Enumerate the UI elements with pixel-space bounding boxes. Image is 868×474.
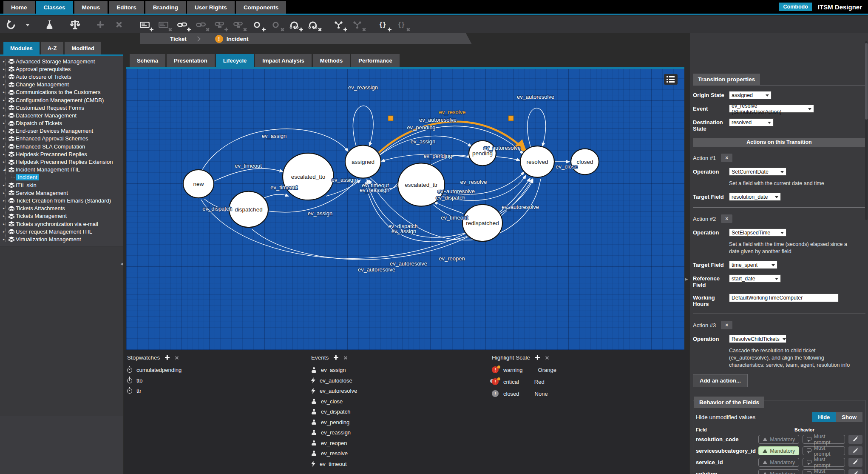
edit-field-button[interactable] xyxy=(848,435,862,444)
expand-arrow-icon[interactable]: ▸ xyxy=(3,160,9,164)
mandatory-button[interactable]: Mandatory xyxy=(758,469,799,474)
undo-button[interactable] xyxy=(5,19,16,31)
delete-link-button[interactable] xyxy=(195,19,206,31)
expand-arrow-icon[interactable]: ▸ xyxy=(3,222,9,226)
sidebar-item-end-user-devices-management[interactable]: ▸End-user Devices Management xyxy=(0,127,123,135)
sidebar-tab-modified[interactable]: Modified xyxy=(65,42,101,54)
sidebar-item-advanced-storage-management[interactable]: ▸Advanced Storage Management xyxy=(0,57,123,65)
list-item-tto[interactable]: tto xyxy=(127,377,182,384)
sidebar-tab-modules[interactable]: Modules xyxy=(3,42,40,54)
transition-label[interactable]: ev_reassign xyxy=(360,187,389,193)
target-field-select[interactable]: time_spent xyxy=(729,261,777,269)
delete-stopwatch-button[interactable] xyxy=(175,356,179,360)
expand-arrow-icon[interactable]: ▸ xyxy=(3,137,9,140)
expand-arrow-icon[interactable]: ▸ xyxy=(3,75,9,79)
delete-field-button[interactable] xyxy=(158,19,169,31)
selection-handle[interactable] xyxy=(388,116,393,121)
sidebar-item-change-management[interactable]: ▸Change Management xyxy=(0,81,123,89)
menu-tab-menus[interactable]: Menus xyxy=(74,1,108,14)
transition-label[interactable]: ev_resolve xyxy=(439,109,466,115)
transition-label[interactable]: ev_assign xyxy=(411,138,436,145)
tab-schema[interactable]: Schema xyxy=(130,54,165,67)
menu-tab-home[interactable]: Home xyxy=(3,1,35,14)
list-item-ev_dispatch[interactable]: ev_dispatch xyxy=(311,408,357,415)
transition-label[interactable]: ev_assign xyxy=(262,133,287,139)
transition-edge[interactable] xyxy=(214,168,283,181)
transition-label[interactable]: ev_close xyxy=(556,163,577,170)
sidebar-item-enhanced-sla-computation[interactable]: ▸Enhanced SLA Computation xyxy=(0,143,123,150)
sidebar-item-incident-management-itil[interactable]: ◢Incident Management ITIL xyxy=(0,166,123,174)
must-prompt-button[interactable]: Must prompt xyxy=(803,469,845,474)
list-item-closed[interactable]: !closedNone xyxy=(492,391,556,397)
sidebar-item-customized-request-forms[interactable]: ▸Customized Request Forms xyxy=(0,104,123,111)
state-escalated_tto[interactable]: escalated_tto xyxy=(283,153,334,200)
sidebar-item-helpdesk-precanned-replies-extension[interactable]: ▸Helpdesk Precanned Replies Extension xyxy=(0,158,123,166)
sidebar-item-approval-prerequisites[interactable]: ▸Approval prerequisites xyxy=(0,65,123,73)
transition-label[interactable]: ev_autoresolve xyxy=(390,260,427,267)
must-prompt-button[interactable]: Must prompt xyxy=(803,435,845,444)
sidebar-item-configuration-management-cmdb-[interactable]: ▸Configuration Management (CMDB) xyxy=(0,96,123,104)
dropdown-caret-icon[interactable] xyxy=(26,24,29,28)
sidebar-item-helpdesk-precanned-replies[interactable]: ▸Helpdesk Precanned Replies xyxy=(0,150,123,158)
delete-highlight-button[interactable] xyxy=(545,356,549,360)
delete-relation-button[interactable] xyxy=(352,19,363,31)
test-flask-button[interactable] xyxy=(44,19,55,31)
expand-arrow-icon[interactable]: ▸ xyxy=(3,114,9,117)
must-prompt-button[interactable]: Must prompt xyxy=(803,446,845,455)
transition-label[interactable]: ev_autoresolve xyxy=(483,145,521,151)
show-button[interactable]: Show xyxy=(836,412,862,422)
list-item-ev_reassign[interactable]: ev_reassign xyxy=(311,429,357,436)
selection-handle[interactable] xyxy=(508,116,513,121)
expand-arrow-icon[interactable]: ▸ xyxy=(3,98,9,102)
expand-arrow-icon[interactable]: ▸ xyxy=(3,67,9,71)
transition-label[interactable]: ev_reassign xyxy=(348,84,378,91)
expand-arrow-icon[interactable]: ▸ xyxy=(3,230,9,234)
add-relation-button[interactable] xyxy=(333,19,344,31)
transition-label[interactable]: ev_dispatch xyxy=(202,206,232,212)
transition-label[interactable]: ev_assign xyxy=(391,228,417,234)
add-stimulus-button[interactable] xyxy=(289,19,300,31)
origin-state-select[interactable]: assigned xyxy=(729,91,772,99)
transition-label[interactable]: ev_autoresolve xyxy=(517,94,554,100)
state-new[interactable]: new xyxy=(183,170,214,198)
add-highlight-button[interactable] xyxy=(535,355,540,360)
operation-select[interactable]: ResolveChildTickets xyxy=(729,335,786,343)
sidebar-collapse-handle[interactable]: ◂ xyxy=(120,260,123,267)
add-field-button[interactable] xyxy=(139,19,150,31)
edit-field-button[interactable] xyxy=(848,446,862,455)
transition-label[interactable]: ev_pending xyxy=(407,124,435,131)
expand-arrow-icon[interactable]: ▸ xyxy=(3,183,9,187)
add-class-button[interactable] xyxy=(251,19,262,31)
remove-action-button[interactable]: × xyxy=(721,321,732,329)
transition-label[interactable]: ev_autoresolve xyxy=(502,204,539,210)
sidebar-item-ticket-creation-from-emails-standard-[interactable]: ▸Ticket Creation from Emails (Standard) xyxy=(0,197,123,204)
list-item-ev_close[interactable]: ev_close xyxy=(311,398,357,405)
menu-tab-components[interactable]: Components xyxy=(236,1,286,14)
sidebar-item-datacenter-management[interactable]: ▸Datacenter Management xyxy=(0,111,123,119)
state-redispatched[interactable]: redispatched xyxy=(462,205,502,241)
add-link-button[interactable] xyxy=(176,19,187,31)
delete-linkset-button[interactable] xyxy=(233,19,244,31)
transition-label[interactable]: ev_assign xyxy=(332,177,357,183)
panel-scrollbar[interactable] xyxy=(865,41,868,220)
transition-label[interactable]: ev_timeout xyxy=(235,163,262,169)
transition-label[interactable]: ev_autoresolve xyxy=(358,266,395,273)
menu-tab-branding[interactable]: Branding xyxy=(145,1,186,14)
operation-select[interactable]: SetElapsedTime xyxy=(729,228,786,237)
tab-methods[interactable]: Methods xyxy=(313,54,350,67)
transition-label[interactable]: ev_pending xyxy=(423,153,452,159)
sidebar-tab-a-z[interactable]: A-Z xyxy=(41,42,64,54)
sidebar-item-virtualization-management[interactable]: ▸Virtualization Management xyxy=(0,235,123,243)
state-closed[interactable]: closed xyxy=(571,149,599,175)
expand-arrow-icon[interactable]: ▸ xyxy=(3,199,9,203)
menu-tab-classes[interactable]: Classes xyxy=(36,1,73,14)
reference-field-select[interactable]: start_date xyxy=(729,274,781,283)
expand-arrow-icon[interactable]: ▸ xyxy=(3,106,9,110)
delete-method-button[interactable]: { } xyxy=(396,19,407,31)
sidebar-item-incident[interactable]: Incident xyxy=(0,174,123,181)
sidebar-item-tickets-attachments[interactable]: ▸Tickets Attachments xyxy=(0,205,123,212)
target-field-select[interactable]: resolution_date xyxy=(729,193,781,201)
tab-lifecycle[interactable]: Lifecycle xyxy=(216,54,254,67)
sidebar-item-communications-to-the-customers[interactable]: ▸Communications to the Customers xyxy=(0,89,123,96)
sidebar-item-itil-skin[interactable]: ▸ITIL skin xyxy=(0,181,123,189)
